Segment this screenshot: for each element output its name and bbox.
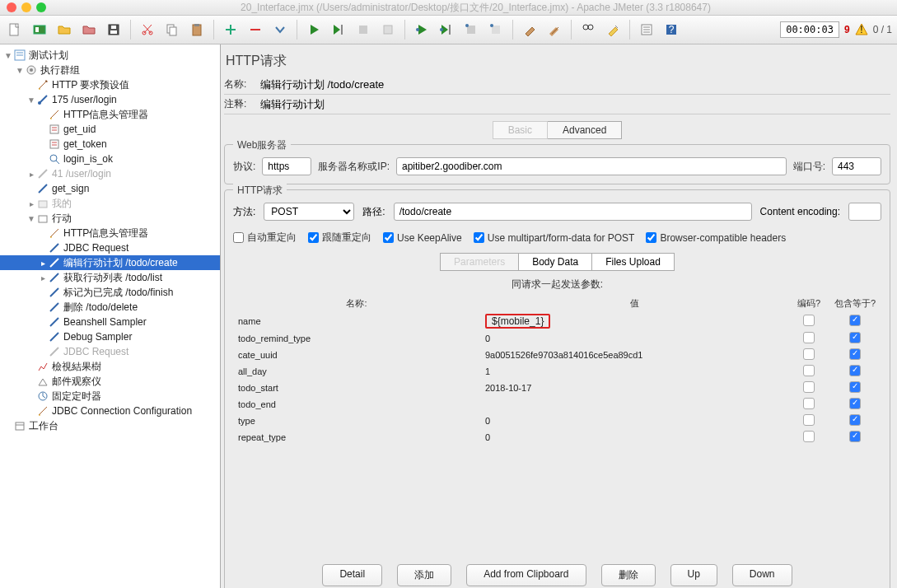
cb-multipart[interactable]: Use multipart/form-data for POST [474, 232, 635, 244]
param-name[interactable]: cate_uuid [233, 347, 480, 363]
collapse-button[interactable] [245, 20, 265, 40]
zoom-window-button[interactable] [36, 2, 46, 12]
param-name[interactable]: type [233, 413, 480, 429]
tree-constant-timer[interactable]: 固定定时器 [0, 389, 220, 404]
clear-button[interactable] [520, 20, 540, 40]
param-encode-checkbox[interactable] [789, 312, 829, 330]
tree-get-sign[interactable]: get_sign [0, 181, 220, 196]
copy-button[interactable] [162, 20, 182, 40]
table-row[interactable]: cate_uuid9a0051526fe9703a814016ce5ea89cd… [233, 347, 881, 363]
tab-files-upload[interactable]: Files Upload [592, 253, 675, 271]
param-value[interactable]: 0 [480, 330, 789, 347]
tree-login-175[interactable]: ▼175 /user/login [0, 92, 220, 107]
tree-get-uid[interactable]: get_uid [0, 122, 220, 137]
table-row[interactable]: type0 [233, 413, 881, 429]
paste-button[interactable] [187, 20, 207, 40]
cb-keepalive[interactable]: Use KeepAlive [383, 232, 462, 244]
param-encode-checkbox[interactable] [789, 380, 829, 396]
param-name[interactable]: todo_remind_type [233, 330, 480, 347]
param-encode-checkbox[interactable] [789, 413, 829, 429]
stop-button[interactable] [353, 20, 373, 40]
param-include-checkbox[interactable] [829, 330, 881, 347]
param-include-checkbox[interactable] [829, 396, 881, 413]
delete-button[interactable]: 删除 [601, 564, 656, 586]
function-helper-button[interactable] [637, 20, 656, 40]
close-file-button[interactable] [79, 20, 99, 40]
param-value[interactable] [480, 396, 789, 413]
table-row[interactable]: todo_end [233, 396, 881, 413]
open-file-button[interactable] [54, 20, 74, 40]
minimize-window-button[interactable] [21, 2, 31, 12]
tab-parameters[interactable]: Parameters [440, 253, 519, 271]
add-button[interactable]: 添加 [397, 564, 451, 586]
param-include-checkbox[interactable] [829, 312, 881, 330]
add-from-clipboard-button[interactable]: Add from Clipboard [466, 564, 586, 586]
path-input[interactable] [394, 203, 752, 221]
remote-shutdown-button[interactable] [486, 20, 506, 40]
tree-todo-list[interactable]: ▸获取行动列表 /todo/list [0, 270, 220, 285]
tree-thread-group[interactable]: ▼执行群组 [0, 63, 220, 77]
param-encode-checkbox[interactable] [789, 429, 829, 446]
tab-basic[interactable]: Basic [493, 121, 548, 139]
tree-login-is-ok[interactable]: login_is_ok [0, 152, 220, 166]
param-value[interactable]: 1 [480, 363, 789, 380]
port-input[interactable] [832, 157, 881, 175]
tree-header-manager-1[interactable]: HTTP信息头管理器 [0, 107, 220, 122]
down-button[interactable]: Down [732, 564, 792, 586]
test-plan-tree[interactable]: ▼测试计划 ▼执行群组 HTTP 要求预设值 ▼175 /user/login … [0, 44, 221, 588]
param-name[interactable]: repeat_type [233, 429, 480, 446]
param-encode-checkbox[interactable] [789, 396, 829, 413]
table-row[interactable]: repeat_type0 [233, 429, 881, 446]
encoding-input[interactable] [848, 203, 881, 221]
tree-http-defaults[interactable]: HTTP 要求预设值 [0, 77, 220, 92]
tree-workbench[interactable]: 工作台 [0, 418, 220, 433]
table-row[interactable]: todo_remind_type0 [233, 330, 881, 347]
param-name[interactable]: todo_start [233, 380, 480, 396]
help-button[interactable]: ? [661, 20, 681, 40]
tree-mine[interactable]: ▸我的 [0, 196, 220, 211]
tree-debug-sampler[interactable]: Debug Sampler [0, 329, 220, 344]
param-encode-checkbox[interactable] [789, 347, 829, 363]
clear-all-button[interactable] [544, 20, 564, 40]
tree-jdbc-conn-config[interactable]: JDBC Connection Configuration [0, 404, 220, 418]
search-button[interactable] [578, 20, 598, 40]
tree-todo-delete[interactable]: 删除 /todo/delete [0, 300, 220, 315]
tab-advanced[interactable]: Advanced [548, 121, 622, 139]
shutdown-button[interactable] [378, 20, 398, 40]
params-table[interactable]: 名称: 值 编码? 包含等于? name${mobile_1}todo_remi… [233, 295, 881, 446]
tree-test-plan[interactable]: ▼测试计划 [0, 48, 220, 63]
reset-search-button[interactable] [603, 20, 623, 40]
table-row[interactable]: todo_start2018-10-17 [233, 380, 881, 396]
param-value[interactable]: 0 [480, 429, 789, 446]
param-include-checkbox[interactable] [829, 347, 881, 363]
new-file-button[interactable] [5, 20, 25, 40]
run-button[interactable] [304, 20, 324, 40]
table-row[interactable]: all_day1 [233, 363, 881, 380]
param-value[interactable]: ${mobile_1} [480, 312, 789, 330]
param-include-checkbox[interactable] [829, 363, 881, 380]
param-include-checkbox[interactable] [829, 380, 881, 396]
tree-view-results[interactable]: 檢視結果樹 [0, 359, 220, 374]
name-input[interactable] [257, 77, 890, 92]
param-encode-checkbox[interactable] [789, 363, 829, 380]
tab-body-data[interactable]: Body Data [519, 253, 592, 271]
tree-jdbc-request-1[interactable]: JDBC Request [0, 240, 220, 255]
protocol-input[interactable] [262, 157, 311, 175]
expand-button[interactable] [221, 20, 241, 40]
remote-start-all-button[interactable] [437, 20, 456, 40]
param-name[interactable]: name [233, 312, 480, 330]
save-button[interactable] [104, 20, 124, 40]
method-select[interactable]: POST [264, 203, 354, 221]
run-no-pause-button[interactable] [329, 20, 348, 40]
tree-jdbc-request-2[interactable]: JDBC Request [0, 344, 220, 359]
param-name[interactable]: all_day [233, 363, 480, 380]
tree-header-manager-2[interactable]: HTTP信息头管理器 [0, 226, 220, 240]
up-button[interactable]: Up [670, 564, 717, 586]
tree-action[interactable]: ▼行动 [0, 211, 220, 226]
comment-input[interactable] [257, 96, 890, 112]
tree-todo-create[interactable]: ▸编辑行动计划 /todo/create [0, 255, 220, 270]
param-include-checkbox[interactable] [829, 413, 881, 429]
cut-button[interactable] [138, 20, 157, 40]
cb-follow-redirect[interactable]: 跟随重定向 [308, 231, 371, 245]
toggle-button[interactable] [270, 20, 290, 40]
